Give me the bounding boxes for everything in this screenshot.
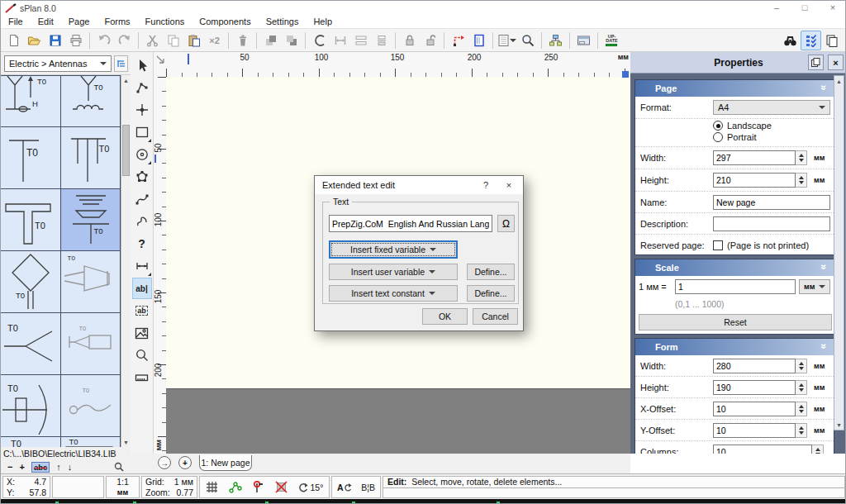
print-button[interactable] xyxy=(65,31,86,50)
menu-settings[interactable]: Settings xyxy=(259,16,307,27)
update-button[interactable]: UP- DATE xyxy=(601,31,622,50)
undock-panel-button[interactable] xyxy=(808,55,824,70)
menu-file[interactable]: File xyxy=(1,16,31,27)
dimension-tool[interactable] xyxy=(132,255,152,277)
y-offset-spinner[interactable] xyxy=(796,423,807,438)
library-move-up-button[interactable]: ↑ xyxy=(56,462,61,472)
freehand-tool[interactable] xyxy=(132,211,152,232)
scroll-up-icon[interactable]: ▲ xyxy=(834,76,844,86)
window-view-button[interactable] xyxy=(573,31,594,50)
rectangle-tool[interactable] xyxy=(132,121,152,143)
text-tool[interactable]: ab| xyxy=(132,278,152,299)
page-width-input[interactable] xyxy=(713,150,796,165)
library-zoom-out-button[interactable]: − xyxy=(7,462,12,472)
properties-scrollbar[interactable]: ▲ ▼ xyxy=(834,75,844,430)
page-section-header[interactable]: Page » xyxy=(635,80,834,97)
component-cell-antenna-7[interactable]: T0 xyxy=(1,251,61,313)
paste-button[interactable] xyxy=(183,31,204,50)
rotate-step-control[interactable]: 15° xyxy=(298,483,323,492)
snap-toggle-icon[interactable] xyxy=(229,482,242,493)
menu-page[interactable]: Page xyxy=(61,16,97,27)
copy-pages-button[interactable] xyxy=(821,31,842,50)
columns-input[interactable] xyxy=(713,445,812,454)
columns-spinner[interactable] xyxy=(812,445,824,454)
scroll-down-icon[interactable]: ▼ xyxy=(121,437,131,447)
library-move-down-button[interactable]: ↓ xyxy=(68,462,73,472)
component-cell-antenna-8[interactable]: T0 xyxy=(61,251,121,313)
component-cell-antenna-6-selected[interactable]: T0 xyxy=(61,189,121,251)
unlock-button[interactable] xyxy=(420,31,440,50)
form-height-input[interactable] xyxy=(713,380,796,395)
menu-components[interactable]: Components xyxy=(192,16,258,27)
menu-edit[interactable]: Edit xyxy=(31,16,61,27)
mirror-horizontal-button[interactable] xyxy=(330,31,350,50)
cancel-button[interactable]: Cancel xyxy=(473,308,518,325)
component-cell-antenna-11[interactable]: T0 xyxy=(1,375,61,437)
canvas-scroll-nub[interactable] xyxy=(622,71,629,78)
component-cell-antenna-10[interactable]: T0 xyxy=(61,313,121,375)
dialog-help-button[interactable]: ? xyxy=(473,176,498,194)
ruler-tool[interactable] xyxy=(132,367,152,388)
page-width-spinner[interactable] xyxy=(796,150,807,165)
component-cell-antenna-2[interactable]: T0 xyxy=(61,76,121,127)
x-offset-input[interactable] xyxy=(713,402,796,416)
special-character-button[interactable]: Ω xyxy=(497,215,515,232)
mirror-text-toggle[interactable]: B¦B xyxy=(361,483,375,492)
close-panel-button[interactable]: × xyxy=(828,55,844,70)
sheet-options-button[interactable] xyxy=(497,31,517,50)
toggle-labels-button[interactable]: abc xyxy=(31,462,50,473)
menu-forms[interactable]: Forms xyxy=(97,16,137,27)
library-search-icon[interactable] xyxy=(114,462,124,472)
library-zoom-in-button[interactable]: + xyxy=(19,462,24,472)
disable-toggle-icon[interactable] xyxy=(275,481,288,493)
page-name-input[interactable] xyxy=(713,195,830,210)
library-scrollbar-thumb[interactable] xyxy=(122,125,130,176)
component-cell-antenna-1[interactable]: T0 H xyxy=(1,76,61,127)
menu-functions[interactable]: Functions xyxy=(138,16,192,27)
component-cell-antenna-9[interactable]: T0 xyxy=(1,313,61,375)
scroll-down-icon[interactable]: ▼ xyxy=(834,420,844,430)
new-file-button[interactable] xyxy=(3,31,24,50)
close-button[interactable]: × xyxy=(819,1,846,14)
minimize-button[interactable]: – xyxy=(763,1,791,14)
add-page-button[interactable]: + xyxy=(178,456,192,469)
copy-button[interactable] xyxy=(163,31,183,50)
page-tab[interactable]: 1: New page xyxy=(199,455,252,471)
collapse-icon[interactable]: » xyxy=(819,264,830,270)
ruler-corner[interactable] xyxy=(154,52,166,77)
cut-button[interactable] xyxy=(142,31,163,50)
bring-to-front-button[interactable] xyxy=(260,31,281,50)
reserved-page-checkbox[interactable]: (Page is not printed) xyxy=(713,240,809,250)
form-width-spinner[interactable] xyxy=(796,359,807,373)
link-pages-button[interactable] xyxy=(545,31,566,50)
duplicate-x2-button[interactable]: ×2 xyxy=(204,31,225,50)
grid-toggle-icon[interactable] xyxy=(206,481,218,493)
maximize-button[interactable]: □ xyxy=(791,1,819,14)
circle-tool[interactable] xyxy=(132,144,152,165)
rotate-text-toggle[interactable]: A xyxy=(337,483,352,492)
insert-user-variable-button[interactable]: Insert user variable xyxy=(329,264,458,280)
select-tool[interactable] xyxy=(132,55,152,76)
form-height-spinner[interactable] xyxy=(796,380,807,395)
rotate-button[interactable] xyxy=(309,31,330,50)
next-page-button[interactable]: → xyxy=(158,456,171,469)
node-tool[interactable] xyxy=(132,99,152,121)
format-select[interactable]: A4 xyxy=(713,100,830,115)
ok-button[interactable]: OK xyxy=(422,308,468,325)
dialog-close-button[interactable]: × xyxy=(497,176,521,194)
zoom-button[interactable] xyxy=(517,31,538,50)
library-tree-button[interactable] xyxy=(114,55,128,72)
component-cell-antenna-12[interactable]: T0 xyxy=(61,375,121,437)
insert-fixed-variable-button[interactable]: Insert fixed variable xyxy=(329,240,458,259)
send-to-back-button[interactable] xyxy=(281,31,302,50)
component-cell-antenna-13[interactable]: T0 xyxy=(1,437,61,447)
scale-section-header[interactable]: Scale » xyxy=(635,259,834,276)
zoom-tool[interactable] xyxy=(132,345,152,366)
polyline-tool[interactable] xyxy=(132,77,152,98)
delete-button[interactable] xyxy=(232,31,253,50)
save-button[interactable] xyxy=(45,31,65,50)
pin-toggle-icon[interactable] xyxy=(253,481,264,493)
checklist-button[interactable] xyxy=(801,31,821,50)
scroll-up-icon[interactable]: ▲ xyxy=(121,75,131,85)
align-button[interactable] xyxy=(350,31,371,50)
